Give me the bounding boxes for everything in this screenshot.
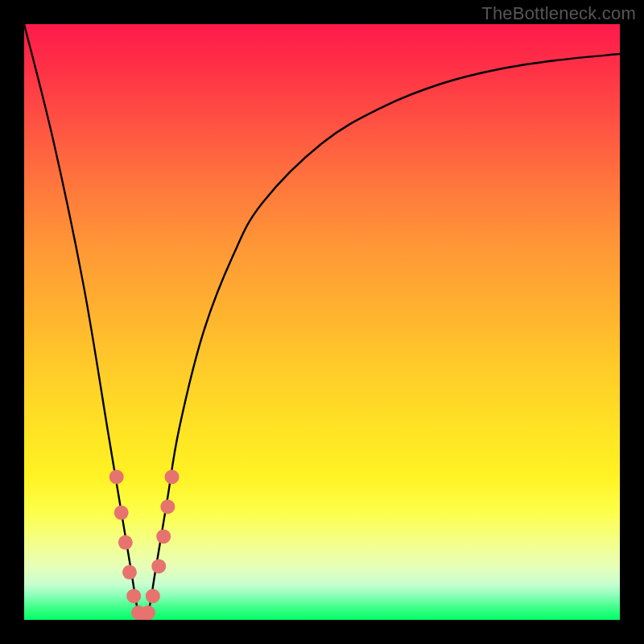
data-marker [114,506,129,520]
data-marker [118,535,133,550]
data-marker [165,469,180,484]
chart-frame: TheBottleneck.com [0,0,644,644]
data-marker [109,469,124,484]
data-marker [122,565,137,580]
curve-layer [24,24,620,620]
bottleneck-curve [24,24,620,620]
data-marker [151,559,166,573]
data-marker [146,588,160,603]
plot-area [24,24,620,620]
data-marker [141,605,155,620]
data-marker [126,588,141,603]
watermark-text: TheBottleneck.com [481,3,636,24]
data-marker [156,529,171,543]
data-marker [160,499,175,514]
